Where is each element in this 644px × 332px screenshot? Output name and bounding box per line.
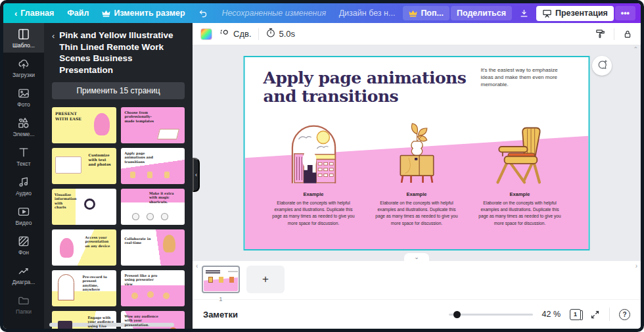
template-thumbnail[interactable]: Make it extra with magic shortcuts. (121, 189, 185, 225)
rail-item-text[interactable]: Текст (3, 141, 44, 171)
rail-item-background[interactable]: Фон (3, 230, 44, 260)
collapse-filmstrip-button[interactable]: ⌄ (404, 253, 429, 261)
uploads-icon (17, 57, 30, 70)
template-thumbnail[interactable]: Pre-record to present anytime, anywhere (52, 270, 116, 306)
undo-button[interactable] (193, 6, 214, 21)
status-bar: Заметки 42 % 1 ? (193, 299, 641, 329)
elements-icon (17, 116, 30, 130)
slide-title[interactable]: Apply page animations and transitions (264, 69, 487, 105)
rail-item-folders[interactable]: Папки (3, 289, 44, 319)
canvas-column: ‹ Сдв. 5.0s ⌃ (193, 23, 641, 329)
slide-page[interactable]: Apply page animations and transitions It… (244, 56, 590, 250)
slide-column: ExampleElaborate on the concepts with he… (469, 116, 572, 227)
arch-window-illustration[interactable] (283, 116, 344, 185)
rail-item-charts[interactable]: Диагра... (3, 260, 44, 289)
design-title[interactable]: Дизайн без н... (339, 9, 396, 18)
apply-all-pages-button[interactable]: Применить 15 страниц (52, 82, 185, 99)
fullscreen-button[interactable] (590, 310, 600, 320)
rail-item-templates[interactable]: Шабло... (3, 23, 44, 53)
canvas-area: ⌃ Apply page animations and transitions … (193, 45, 641, 261)
file-menu-button[interactable]: Файл (61, 6, 95, 20)
example-heading[interactable]: Example (510, 191, 530, 197)
toolbar-right (595, 28, 633, 40)
presentation-icon (542, 9, 552, 18)
cabinet-vase-illustration[interactable] (393, 116, 440, 185)
comment-icon (597, 59, 608, 72)
animate-icon (219, 28, 230, 41)
home-button[interactable]: ‹ Главная (9, 6, 60, 21)
thumbnail-illustration (157, 129, 179, 139)
template-thumbnail[interactable]: Visualize information with charts (52, 189, 116, 225)
template-thumbnail[interactable]: PRESENT WITH EASE (52, 107, 116, 143)
more-button[interactable]: ••• (615, 6, 635, 20)
add-page-button[interactable]: + (246, 266, 285, 293)
add-comment-button[interactable] (592, 56, 612, 76)
duration-button[interactable]: 5.0s (265, 28, 296, 40)
present-button[interactable]: Презентация (536, 6, 614, 21)
rail-item-label: Папки (16, 308, 32, 315)
crown-gold-icon (409, 10, 417, 17)
rail-item-uploads[interactable]: Загрузки (3, 53, 44, 82)
lock-button[interactable] (622, 29, 633, 39)
topbar-left: ‹ Главная Файл Изменить размер Несохране… (9, 6, 326, 21)
example-body[interactable]: Elaborate on the concepts with helpful e… (476, 200, 564, 227)
thumbnail-illustration (163, 235, 175, 252)
example-body[interactable]: Elaborate on the concepts with helpful e… (269, 200, 357, 227)
video-icon (17, 205, 30, 218)
template-thumbnail[interactable]: Apply page animations and transitions (121, 148, 185, 184)
page-thumbnail-preview (204, 268, 238, 291)
panel-collapse-button[interactable]: ‹ (193, 158, 200, 192)
templates-panel: ‹ Pink and Yellow Illustrative Thin Line… (44, 23, 193, 329)
thumbnail-illustration (168, 327, 179, 329)
rail-item-elements[interactable]: Элеме... (3, 112, 44, 141)
template-thumbnail[interactable]: Wow any audience with your presentation. (121, 311, 185, 329)
panel-back-button[interactable]: ‹ (52, 30, 55, 42)
rail-item-label: Фото (17, 101, 30, 108)
example-heading[interactable]: Example (407, 191, 427, 197)
thumbnail-illustration (130, 172, 135, 178)
page-thumbnail-selected[interactable] (202, 266, 240, 293)
template-thumbnail[interactable]: Customize with text and photos (52, 148, 116, 184)
resize-button[interactable]: Изменить размер (96, 6, 191, 20)
rail-item-video[interactable]: Видео (3, 201, 44, 230)
animate-button[interactable]: Сдв. (219, 28, 252, 41)
zoom-value[interactable]: 42 % (542, 310, 561, 319)
thumbnail-title: Engage with your audience using Live Q&A (88, 316, 114, 329)
paint-roller-button[interactable] (595, 28, 606, 39)
upgrade-button[interactable]: Поп... (403, 6, 449, 20)
charts-icon (17, 264, 30, 277)
thumbnail-illustration (133, 214, 139, 220)
toolbar-separator (614, 28, 614, 40)
notes-button[interactable]: Заметки (203, 310, 238, 320)
template-thumbnail[interactable]: Choose from professionally-made template… (121, 107, 185, 143)
zoom-slider[interactable] (449, 314, 533, 316)
photos-icon (17, 87, 30, 100)
example-body[interactable]: Elaborate on the concepts with helpful e… (373, 200, 461, 227)
template-set-title: Pink and Yellow Illustrative Thin Lined … (59, 30, 185, 76)
background-color-swatch[interactable] (200, 28, 212, 40)
template-thumbnail[interactable]: Present like a pro using presenter view (121, 270, 185, 306)
slide-column: ExampleElaborate on the concepts with he… (365, 116, 469, 227)
rail-item-photos[interactable]: Фото (3, 82, 44, 112)
template-thumbnail[interactable]: Collaborate in real-time (121, 229, 185, 266)
zoom-slider-knob[interactable] (453, 311, 461, 318)
unsaved-changes-label: Несохраненные изменения (222, 9, 327, 18)
thumbnail-title: Customize with text and photos (89, 153, 114, 167)
example-heading[interactable]: Example (304, 191, 324, 197)
app-window: ‹ Главная Файл Изменить размер Несохране… (0, 0, 644, 332)
thumbnail-illustration (84, 199, 95, 210)
crown-icon (102, 10, 110, 17)
text-icon (17, 146, 30, 159)
help-button[interactable]: ? (619, 309, 630, 320)
armchair-illustration[interactable] (490, 116, 550, 185)
panel-header: ‹ Pink and Yellow Illustrative Thin Line… (52, 30, 185, 76)
rail-item-audio[interactable]: Аудио (3, 171, 44, 201)
folders-icon (17, 294, 30, 307)
audio-icon (17, 176, 30, 189)
download-button[interactable] (513, 6, 535, 21)
pages-view-button[interactable]: 1 (570, 309, 581, 320)
scroll-up-icon[interactable]: ⌃ (633, 46, 638, 53)
share-button[interactable]: Поделиться (451, 6, 512, 20)
slide-subtitle[interactable]: It's the easiest way to emphasize ideas … (481, 66, 568, 89)
template-thumbnail[interactable]: Access your presentation on any device (52, 229, 116, 266)
